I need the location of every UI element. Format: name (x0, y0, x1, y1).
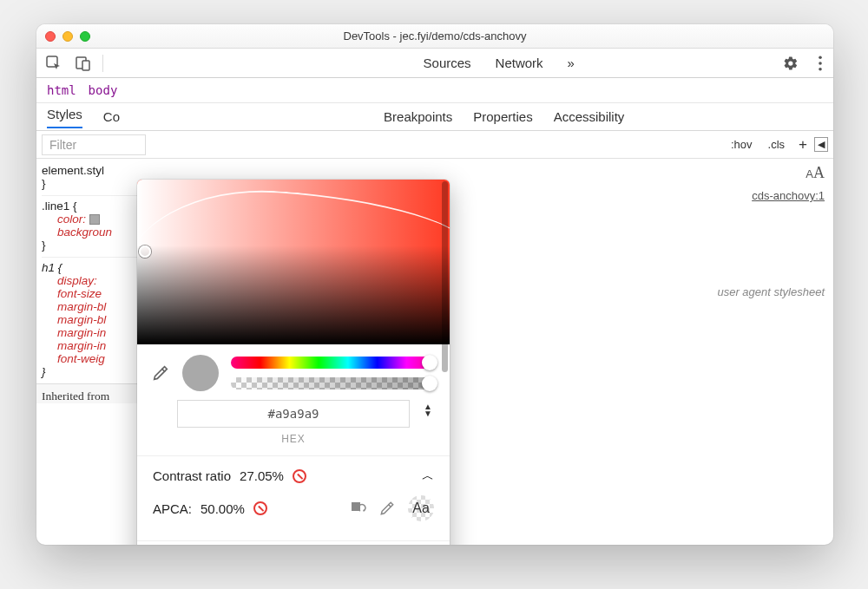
tab-network[interactable]: Network (496, 52, 543, 74)
zoom-window-button[interactable] (80, 31, 90, 42)
tab-styles[interactable]: Styles (47, 107, 82, 128)
styles-filter-input[interactable]: Filter (42, 134, 146, 155)
kebab-menu-icon[interactable] (814, 56, 826, 71)
current-color-preview (182, 355, 219, 391)
bg-eyedropper-icon[interactable] (378, 500, 396, 517)
inspect-icon[interactable] (43, 53, 64, 74)
swap-bg-icon[interactable] (349, 500, 366, 517)
tab-properties[interactable]: Properties (473, 109, 532, 124)
sidebar-tabs: Styles Co Breakpoints Properties Accessi… (36, 103, 833, 131)
minimize-window-button[interactable] (62, 31, 73, 42)
rule-element-style[interactable]: element.styl (42, 164, 158, 177)
hex-row: ▲▼ HEX (137, 395, 450, 447)
svg-point-5 (819, 67, 822, 70)
text-preview-icon: Aa (408, 495, 434, 521)
hex-label: HEX (177, 433, 410, 445)
close-window-button[interactable] (45, 31, 56, 42)
hue-slider[interactable] (231, 357, 436, 369)
source-link[interactable]: cds-anchovy:1 (717, 189, 825, 202)
alpha-slider[interactable] (231, 377, 436, 389)
panel-tabs: Elements Sources Network » (119, 52, 774, 74)
separator (102, 55, 103, 72)
styles-options: :hov .cls + ◀ (724, 134, 833, 154)
format-spin[interactable]: ▲▼ (424, 403, 432, 417)
fail-icon (253, 501, 267, 515)
toolbar-right (783, 56, 826, 71)
window-controls (45, 31, 90, 42)
window-title: DevTools - jec.fyi/demo/cds-anchovy (36, 29, 833, 43)
collapse-icon[interactable]: ︿ (422, 468, 434, 484)
tab-accessibility[interactable]: Accessibility (554, 109, 625, 124)
picker-scrollbar[interactable] (442, 181, 448, 545)
alpha-thumb[interactable] (422, 376, 437, 391)
sliders (231, 357, 436, 389)
svg-point-3 (819, 56, 822, 59)
fail-icon (293, 469, 306, 483)
device-toolbar-icon[interactable] (73, 53, 94, 74)
picker-controls-row (137, 344, 450, 395)
styles-content: element.styl } .line1 { color: backgroun… (36, 159, 833, 545)
user-agent-label: user agent stylesheet (717, 285, 825, 298)
hue-thumb[interactable] (422, 355, 437, 370)
more-tabs-icon[interactable]: » (568, 52, 575, 74)
saturation-area[interactable] (137, 180, 450, 344)
apca-row: APCA: 50.00% Aa (153, 495, 434, 521)
font-preview-icon[interactable]: AAAA (717, 164, 825, 182)
tab-breakpoints[interactable]: Breakpoints (384, 109, 452, 124)
tab-sources[interactable]: Sources (424, 52, 471, 74)
new-rule-button[interactable]: + (793, 136, 812, 154)
hex-input[interactable] (177, 400, 410, 428)
styles-toolbar: Filter :hov .cls + ◀ (36, 131, 833, 159)
hov-toggle[interactable]: :hov (724, 134, 760, 154)
contrast-ratio-row: Contrast ratio 27.05% (153, 468, 434, 483)
palette-row: ▲▼ (137, 540, 450, 545)
main-toolbar: Elements Sources Network » (36, 49, 833, 78)
computed-toggle-icon[interactable]: ◀ (814, 137, 828, 152)
svg-point-4 (819, 62, 822, 65)
dom-breadcrumb: html body (36, 78, 833, 103)
color-cursor[interactable] (139, 245, 151, 258)
settings-icon[interactable] (783, 56, 799, 71)
crumb-html[interactable]: html (47, 83, 76, 97)
color-picker: ▲▼ HEX ︿ Contrast ratio 27.05% APCA: 50.… (137, 180, 450, 545)
devtools-window: DevTools - jec.fyi/demo/cds-anchovy Elem… (36, 24, 833, 545)
crumb-body[interactable]: body (89, 83, 118, 97)
contrast-section: ︿ Contrast ratio 27.05% APCA: 50.00% (137, 455, 450, 540)
color-swatch[interactable] (89, 214, 100, 225)
tab-computed-cut[interactable]: Co (103, 109, 120, 124)
cls-toggle[interactable]: .cls (761, 134, 792, 154)
rule-sources: AAAA cds-anchovy:1 user agent stylesheet (717, 164, 825, 298)
eyedropper-icon[interactable] (151, 363, 170, 383)
titlebar: DevTools - jec.fyi/demo/cds-anchovy (36, 24, 833, 49)
svg-rect-2 (82, 61, 89, 70)
